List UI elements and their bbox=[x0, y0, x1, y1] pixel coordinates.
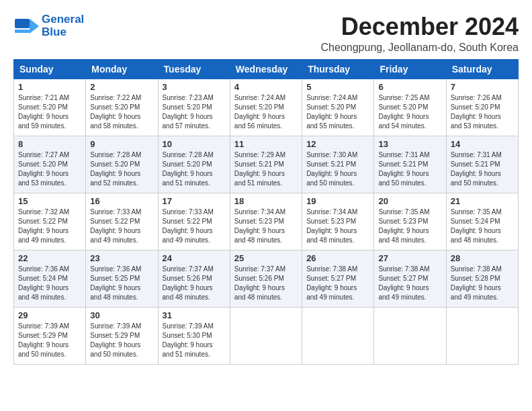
day-number: 30 bbox=[90, 310, 153, 320]
logo-text: GeneralBlue bbox=[42, 13, 84, 38]
subtitle: Cheongpung, Jeollanam-do, South Korea bbox=[321, 42, 519, 54]
calendar-row: 1 Sunrise: 7:21 AM Sunset: 5:20 PM Dayli… bbox=[14, 79, 519, 136]
calendar-cell: 15 Sunrise: 7:32 AM Sunset: 5:22 PM Dayl… bbox=[14, 193, 86, 250]
day-number: 23 bbox=[90, 253, 153, 263]
header-wednesday: Wednesday bbox=[230, 59, 302, 79]
day-number: 6 bbox=[378, 82, 441, 92]
day-number: 4 bbox=[234, 82, 298, 92]
svg-rect-2 bbox=[15, 30, 30, 33]
calendar-cell: 5 Sunrise: 7:24 AM Sunset: 5:20 PM Dayli… bbox=[302, 79, 374, 136]
calendar-cell bbox=[302, 307, 374, 364]
calendar-cell: 16 Sunrise: 7:33 AM Sunset: 5:22 PM Dayl… bbox=[86, 193, 158, 250]
calendar-cell: 27 Sunrise: 7:38 AM Sunset: 5:27 PM Dayl… bbox=[374, 250, 446, 307]
day-number: 12 bbox=[306, 139, 369, 149]
day-info: Sunrise: 7:31 AM Sunset: 5:21 PM Dayligh… bbox=[378, 150, 441, 188]
calendar-cell: 14 Sunrise: 7:31 AM Sunset: 5:21 PM Dayl… bbox=[446, 136, 518, 193]
calendar-cell: 20 Sunrise: 7:35 AM Sunset: 5:23 PM Dayl… bbox=[374, 193, 446, 250]
calendar-cell: 8 Sunrise: 7:27 AM Sunset: 5:20 PM Dayli… bbox=[14, 136, 86, 193]
calendar-row: 8 Sunrise: 7:27 AM Sunset: 5:20 PM Dayli… bbox=[14, 136, 519, 193]
day-number: 9 bbox=[90, 139, 153, 149]
day-info: Sunrise: 7:35 AM Sunset: 5:23 PM Dayligh… bbox=[378, 208, 441, 245]
day-number: 10 bbox=[163, 139, 226, 149]
day-number: 25 bbox=[234, 253, 298, 263]
day-info: Sunrise: 7:34 AM Sunset: 5:23 PM Dayligh… bbox=[234, 208, 298, 245]
day-info: Sunrise: 7:28 AM Sunset: 5:20 PM Dayligh… bbox=[163, 150, 226, 188]
calendar-cell: 23 Sunrise: 7:36 AM Sunset: 5:25 PM Dayl… bbox=[86, 250, 158, 307]
header-thursday: Thursday bbox=[302, 59, 374, 79]
day-info: Sunrise: 7:24 AM Sunset: 5:20 PM Dayligh… bbox=[306, 93, 369, 131]
calendar-cell: 21 Sunrise: 7:35 AM Sunset: 5:24 PM Dayl… bbox=[446, 193, 518, 250]
day-info: Sunrise: 7:22 AM Sunset: 5:20 PM Dayligh… bbox=[90, 93, 153, 131]
calendar-cell: 26 Sunrise: 7:38 AM Sunset: 5:27 PM Dayl… bbox=[302, 250, 374, 307]
day-info: Sunrise: 7:28 AM Sunset: 5:20 PM Dayligh… bbox=[90, 150, 153, 188]
calendar-cell: 11 Sunrise: 7:29 AM Sunset: 5:21 PM Dayl… bbox=[230, 136, 302, 193]
day-number: 14 bbox=[451, 139, 514, 149]
header-sunday: Sunday bbox=[14, 59, 86, 79]
calendar-cell: 29 Sunrise: 7:39 AM Sunset: 5:29 PM Dayl… bbox=[14, 307, 86, 364]
month-title: December 2024 bbox=[321, 13, 519, 40]
day-info: Sunrise: 7:21 AM Sunset: 5:20 PM Dayligh… bbox=[18, 93, 81, 131]
calendar-cell: 18 Sunrise: 7:34 AM Sunset: 5:23 PM Dayl… bbox=[230, 193, 302, 250]
day-number: 5 bbox=[306, 82, 369, 92]
day-info: Sunrise: 7:39 AM Sunset: 5:30 PM Dayligh… bbox=[163, 322, 226, 359]
day-info: Sunrise: 7:32 AM Sunset: 5:22 PM Dayligh… bbox=[18, 208, 81, 245]
header-tuesday: Tuesday bbox=[158, 59, 230, 79]
day-info: Sunrise: 7:37 AM Sunset: 5:26 PM Dayligh… bbox=[234, 265, 298, 302]
header-saturday: Saturday bbox=[446, 59, 518, 79]
day-info: Sunrise: 7:38 AM Sunset: 5:28 PM Dayligh… bbox=[451, 265, 514, 302]
calendar-cell: 1 Sunrise: 7:21 AM Sunset: 5:20 PM Dayli… bbox=[14, 79, 86, 136]
calendar-row: 15 Sunrise: 7:32 AM Sunset: 5:22 PM Dayl… bbox=[14, 193, 519, 250]
day-number: 8 bbox=[18, 139, 81, 149]
title-area: December 2024 Cheongpung, Jeollanam-do, … bbox=[321, 13, 519, 54]
day-info: Sunrise: 7:38 AM Sunset: 5:27 PM Dayligh… bbox=[306, 265, 369, 302]
day-info: Sunrise: 7:29 AM Sunset: 5:21 PM Dayligh… bbox=[234, 150, 298, 188]
calendar-cell: 3 Sunrise: 7:23 AM Sunset: 5:20 PM Dayli… bbox=[158, 79, 230, 136]
day-info: Sunrise: 7:25 AM Sunset: 5:20 PM Dayligh… bbox=[378, 93, 441, 131]
calendar-cell: 17 Sunrise: 7:33 AM Sunset: 5:22 PM Dayl… bbox=[158, 193, 230, 250]
day-info: Sunrise: 7:39 AM Sunset: 5:29 PM Dayligh… bbox=[90, 322, 153, 359]
calendar-cell: 10 Sunrise: 7:28 AM Sunset: 5:20 PM Dayl… bbox=[158, 136, 230, 193]
day-number: 27 bbox=[378, 253, 441, 263]
logo-area: GeneralBlue bbox=[13, 13, 84, 39]
day-number: 1 bbox=[18, 82, 81, 92]
day-info: Sunrise: 7:24 AM Sunset: 5:20 PM Dayligh… bbox=[234, 93, 298, 131]
calendar-cell: 24 Sunrise: 7:37 AM Sunset: 5:26 PM Dayl… bbox=[158, 250, 230, 307]
day-number: 26 bbox=[306, 253, 369, 263]
day-number: 20 bbox=[378, 196, 441, 206]
day-number: 29 bbox=[18, 310, 81, 320]
calendar-cell: 13 Sunrise: 7:31 AM Sunset: 5:21 PM Dayl… bbox=[374, 136, 446, 193]
day-info: Sunrise: 7:35 AM Sunset: 5:24 PM Dayligh… bbox=[451, 208, 514, 245]
calendar-cell bbox=[446, 307, 518, 364]
day-number: 21 bbox=[451, 196, 514, 206]
day-info: Sunrise: 7:37 AM Sunset: 5:26 PM Dayligh… bbox=[163, 265, 226, 302]
day-info: Sunrise: 7:36 AM Sunset: 5:24 PM Dayligh… bbox=[18, 265, 81, 302]
calendar-cell: 30 Sunrise: 7:39 AM Sunset: 5:29 PM Dayl… bbox=[86, 307, 158, 364]
day-number: 18 bbox=[234, 196, 298, 206]
header-friday: Friday bbox=[374, 59, 446, 79]
day-info: Sunrise: 7:26 AM Sunset: 5:20 PM Dayligh… bbox=[451, 93, 514, 131]
day-info: Sunrise: 7:36 AM Sunset: 5:25 PM Dayligh… bbox=[90, 265, 153, 302]
day-info: Sunrise: 7:34 AM Sunset: 5:23 PM Dayligh… bbox=[306, 208, 369, 245]
calendar-cell bbox=[230, 307, 302, 364]
calendar-row: 29 Sunrise: 7:39 AM Sunset: 5:29 PM Dayl… bbox=[14, 307, 519, 364]
day-info: Sunrise: 7:23 AM Sunset: 5:20 PM Dayligh… bbox=[163, 93, 226, 131]
calendar-cell: 6 Sunrise: 7:25 AM Sunset: 5:20 PM Dayli… bbox=[374, 79, 446, 136]
day-info: Sunrise: 7:33 AM Sunset: 5:22 PM Dayligh… bbox=[90, 208, 153, 245]
day-info: Sunrise: 7:38 AM Sunset: 5:27 PM Dayligh… bbox=[378, 265, 441, 302]
svg-marker-1 bbox=[30, 19, 39, 34]
header: GeneralBlue December 2024 Cheongpung, Je… bbox=[13, 13, 519, 54]
calendar-cell: 7 Sunrise: 7:26 AM Sunset: 5:20 PM Dayli… bbox=[446, 79, 518, 136]
day-number: 11 bbox=[234, 139, 298, 149]
day-info: Sunrise: 7:27 AM Sunset: 5:20 PM Dayligh… bbox=[18, 150, 81, 188]
day-info: Sunrise: 7:39 AM Sunset: 5:29 PM Dayligh… bbox=[18, 322, 81, 359]
header-monday: Monday bbox=[86, 59, 158, 79]
day-number: 7 bbox=[451, 82, 514, 92]
calendar-cell: 4 Sunrise: 7:24 AM Sunset: 5:20 PM Dayli… bbox=[230, 79, 302, 136]
calendar-cell: 22 Sunrise: 7:36 AM Sunset: 5:24 PM Dayl… bbox=[14, 250, 86, 307]
day-number: 16 bbox=[90, 196, 153, 206]
calendar-cell: 9 Sunrise: 7:28 AM Sunset: 5:20 PM Dayli… bbox=[86, 136, 158, 193]
day-number: 19 bbox=[306, 196, 369, 206]
calendar-table: Sunday Monday Tuesday Wednesday Thursday… bbox=[13, 59, 519, 365]
day-number: 15 bbox=[18, 196, 81, 206]
page-container: GeneralBlue December 2024 Cheongpung, Je… bbox=[13, 13, 519, 365]
